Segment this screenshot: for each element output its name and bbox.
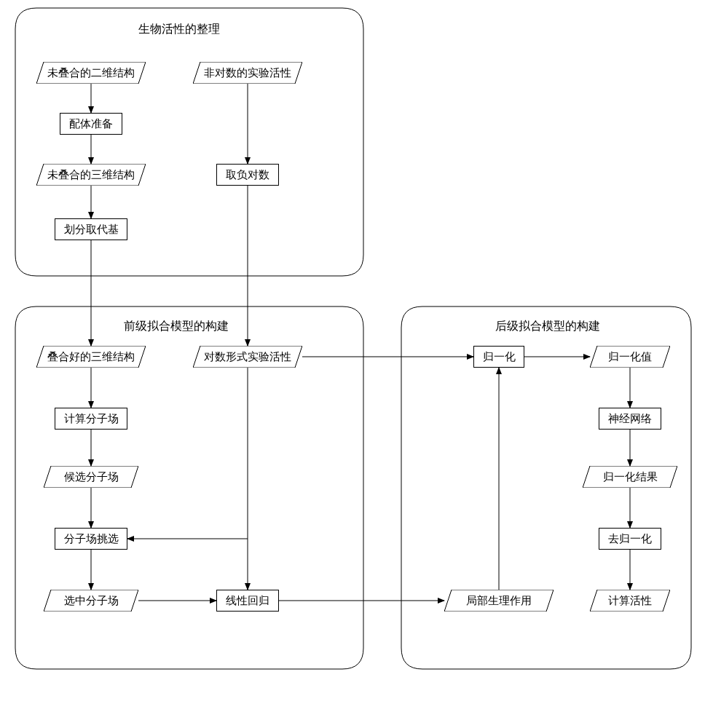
- node-ligand-prep-label: 配体准备: [69, 117, 113, 131]
- node-unaligned-2d: 未叠合的二维结构: [36, 62, 146, 84]
- node-field-select-label: 分子场挑选: [64, 532, 119, 546]
- node-unaligned-2d-label: 未叠合的二维结构: [47, 66, 135, 80]
- node-nonlog-exp-label: 非对数的实验活性: [204, 66, 291, 80]
- node-linear-reg-label: 线性回归: [226, 594, 269, 608]
- node-cand-field: 候选分子场: [44, 466, 138, 488]
- node-cand-field-label: 候选分子场: [64, 470, 119, 484]
- node-unaligned-3d-label: 未叠合的三维结构: [47, 168, 135, 182]
- node-norm-result-label: 归一化结果: [603, 470, 658, 484]
- node-local-phys: 局部生理作用: [444, 590, 554, 612]
- node-normalize: 归一化: [473, 346, 524, 368]
- node-calc-field: 计算分子场: [55, 408, 127, 430]
- node-calc-activity-label: 计算活性: [608, 594, 652, 608]
- node-nn-label: 神经网络: [608, 412, 652, 426]
- node-log-exp-label: 对数形式实验活性: [204, 350, 291, 364]
- node-local-phys-label: 局部生理作用: [466, 594, 532, 608]
- node-norm-value-label: 归一化值: [608, 350, 652, 364]
- node-ligand-prep: 配体准备: [60, 113, 122, 135]
- node-denorm-label: 去归一化: [608, 532, 652, 546]
- panel-title-bioactivity: 生物活性的整理: [138, 22, 220, 37]
- node-selected-field-label: 选中分子场: [64, 594, 119, 608]
- node-log-exp: 对数形式实验活性: [193, 346, 302, 368]
- node-unaligned-3d: 未叠合的三维结构: [36, 164, 146, 186]
- node-normalize-label: 归一化: [483, 350, 516, 364]
- panel-title-prefit: 前级拟合模型的构建: [124, 319, 229, 334]
- node-calc-activity: 计算活性: [590, 590, 670, 612]
- node-substituent: 划分取代基: [55, 218, 127, 240]
- node-field-select: 分子场挑选: [55, 528, 127, 550]
- node-substituent-label: 划分取代基: [64, 223, 119, 237]
- node-denorm: 去归一化: [599, 528, 661, 550]
- node-nonlog-exp: 非对数的实验活性: [193, 62, 302, 84]
- node-neg-log: 取负对数: [216, 164, 279, 186]
- node-calc-field-label: 计算分子场: [64, 412, 119, 426]
- node-nn: 神经网络: [599, 408, 661, 430]
- node-aligned-3d: 叠合好的三维结构: [36, 346, 146, 368]
- panel-title-postfit: 后级拟合模型的构建: [495, 319, 600, 334]
- node-neg-log-label: 取负对数: [226, 168, 269, 182]
- node-aligned-3d-label: 叠合好的三维结构: [47, 350, 135, 364]
- node-norm-result: 归一化结果: [583, 466, 677, 488]
- node-linear-reg: 线性回归: [216, 590, 279, 612]
- node-norm-value: 归一化值: [590, 346, 670, 368]
- node-selected-field: 选中分子场: [44, 590, 138, 612]
